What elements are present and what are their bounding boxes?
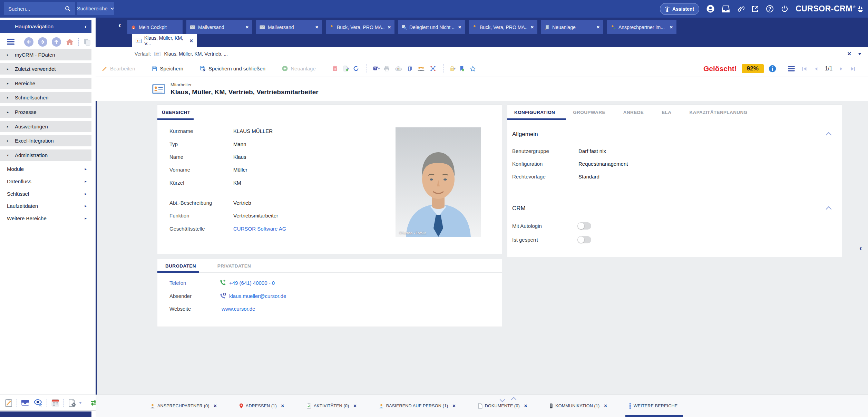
close-icon[interactable]: ✕	[245, 25, 249, 30]
close-icon[interactable]: ✕	[847, 51, 851, 57]
tab-konfiguration[interactable]: KONFIGURATION	[514, 110, 555, 115]
close-icon[interactable]: ✕	[596, 25, 600, 30]
tab-neuanlage[interactable]: Neuanlage ✕	[541, 20, 603, 34]
sidebar-item-zuletzt-verwendet[interactable]: ▸Zuletzt verwendet	[0, 63, 91, 75]
sidebar-item-schnellsuchen[interactable]: ▸Schnellsuchen	[0, 92, 91, 103]
sidebar-subitem-module[interactable]: Module▸	[0, 163, 91, 175]
collapse-section-icon[interactable]	[826, 206, 832, 212]
bookmark-add-icon[interactable]	[459, 66, 464, 71]
sidebar-collapse-icon[interactable]: ‹	[85, 23, 87, 30]
nav-forward-button[interactable]	[38, 37, 47, 47]
sidebar-item-auswertungen[interactable]: ▸Auswertungen	[0, 121, 91, 132]
tab-uebersicht[interactable]: ÜBERSICHT	[162, 110, 190, 115]
sidebar-subitem-datenfluss[interactable]: Datenfluss▸	[0, 175, 91, 187]
tab-groupware[interactable]: GROUPWARE	[573, 110, 605, 115]
sidebar-item-excel-integration[interactable]: ▸Excel-Integration	[0, 135, 91, 146]
tab-kapazitaetenplanung[interactable]: KAPAZITÄTENPLANUNG	[689, 110, 747, 115]
webseite-link[interactable]: www.cursor.de	[222, 306, 255, 312]
neuanlage-button[interactable]: Neuanlage	[282, 66, 316, 71]
chevron-down-icon[interactable]	[79, 402, 82, 405]
link-icon[interactable]	[737, 5, 744, 13]
copy-paste-icon[interactable]	[84, 38, 91, 46]
tabs-scroll-left-icon[interactable]: ‹	[118, 20, 121, 30]
sidebar-subitem-laufzeitdaten[interactable]: Laufzeitdaten▸	[0, 200, 91, 212]
tab-anrede[interactable]: ANREDE	[623, 110, 644, 115]
home-icon[interactable]	[66, 38, 74, 46]
last-page-icon[interactable]	[850, 66, 856, 71]
previous-page-icon[interactable]	[814, 66, 818, 71]
sidebar-item-prozesse[interactable]: ▸Prozesse	[0, 106, 91, 118]
close-icon[interactable]: ✕	[315, 25, 319, 30]
document-settings-icon[interactable]	[68, 399, 76, 407]
first-page-icon[interactable]	[802, 66, 807, 71]
tab-ansprechpartner[interactable]: Ansprechpartner im... ✕	[607, 20, 676, 34]
team-members-icon[interactable]	[418, 66, 425, 71]
speichern-button[interactable]: Speichern	[152, 66, 184, 71]
bottom-tab-dokumente[interactable]: DOKUMENTE (0) ✕	[478, 395, 527, 417]
bottom-tab-adressen[interactable]: ADRESSEN (1) ✕	[239, 395, 284, 417]
tab-ela[interactable]: ELA	[662, 110, 671, 115]
user-account-icon[interactable]	[706, 4, 715, 13]
close-icon[interactable]: ✕	[353, 404, 357, 408]
next-page-icon[interactable]	[839, 66, 843, 71]
toggle-ist-gesperrt[interactable]	[577, 236, 591, 243]
inbox-tray-icon[interactable]	[21, 399, 29, 406]
assistent-button[interactable]: Assistent	[660, 3, 699, 15]
sidebar-subitem-weitere-bereiche[interactable]: Weitere Bereiche▸	[0, 212, 91, 224]
bearbeiten-button[interactable]: Bearbeiten	[102, 66, 135, 71]
refresh-icon[interactable]	[353, 66, 359, 71]
sidebar-subitem-schluessel[interactable]: Schlüssel▸	[0, 187, 91, 200]
absender-link[interactable]: klaus.mueller@cursor.de	[229, 293, 286, 299]
speichern-und-schliessen-button[interactable]: Speichern und schließen	[200, 66, 265, 71]
favorite-star-icon[interactable]	[470, 66, 476, 72]
close-icon[interactable]: ✕	[281, 404, 284, 408]
tab-buck-vera-2[interactable]: Buck, Vera, PRO MA... ✕	[469, 20, 537, 34]
tab-mailversand-1[interactable]: Mailversand ✕	[186, 20, 252, 34]
toggle-mit-autologin[interactable]	[577, 222, 591, 230]
geschaeftsstelle-link[interactable]: CURSOR Software AG	[233, 226, 286, 232]
chevron-down-icon[interactable]	[347, 68, 350, 71]
delete-icon[interactable]	[332, 66, 338, 71]
close-icon[interactable]: ✕	[524, 404, 527, 408]
right-panel-collapse-icon[interactable]: ‹	[859, 244, 862, 253]
eye-star-icon[interactable]	[33, 399, 42, 407]
relations-network-icon[interactable]	[430, 66, 436, 71]
verlauf-entry[interactable]: Klaus, Müller, KM, Vertrieb, ...	[164, 51, 227, 57]
bottom-tab-aktivitaeten[interactable]: AKTIVITÄTEN (0) ✕	[306, 395, 357, 417]
nav-up-button[interactable]	[52, 37, 61, 47]
chevron-down-icon[interactable]	[453, 68, 456, 71]
bottom-tab-kommunikation[interactable]: KOMMUNIKATION (1) ✕	[549, 395, 607, 417]
telefon-link[interactable]: +49 (641) 40000 - 0	[229, 280, 275, 286]
attachment-icon[interactable]	[408, 66, 412, 71]
tab-buck-vera-1[interactable]: Buck, Vera, PRO MA... ✕	[326, 20, 394, 34]
search-domains-dropdown[interactable]: Suchbereiche	[77, 2, 114, 15]
cloud-office-icon[interactable]	[395, 66, 402, 71]
sidebar-item-administration[interactable]: ▾Administration	[0, 149, 91, 161]
tab-privatdaten[interactable]: PRIVATDATEN	[217, 263, 251, 269]
external-link-icon[interactable]	[751, 5, 759, 13]
chevron-down-icon[interactable]	[858, 53, 861, 57]
bottom-tab-ansprechpartner[interactable]: ANSPRECHPARTNER (0) ✕	[150, 395, 217, 417]
close-icon[interactable]: ✕	[214, 404, 217, 408]
clipboard-edit-icon[interactable]	[5, 399, 12, 407]
close-icon[interactable]: ✕	[189, 38, 193, 43]
tab-mein-cockpit[interactable]: Mein Cockpit	[127, 20, 183, 34]
calendar-icon[interactable]	[51, 399, 59, 407]
close-icon[interactable]: ✕	[458, 25, 461, 30]
sidebar-item-mycrm-fdaten[interactable]: ▸myCRM - FDaten	[0, 49, 91, 60]
menu-hamburger-icon[interactable]	[788, 66, 795, 71]
inbox-tray-icon[interactable]	[722, 5, 730, 13]
help-icon[interactable]	[766, 5, 774, 13]
close-icon[interactable]: ✕	[452, 404, 456, 408]
tab-delegiert[interactable]: Delegiert und Nicht ... ✕	[398, 20, 465, 34]
close-icon[interactable]: ✕	[670, 25, 673, 30]
close-icon[interactable]: ✕	[604, 404, 607, 408]
nav-back-button[interactable]	[24, 37, 33, 47]
search-input[interactable]: Suchen...	[4, 2, 75, 15]
bottom-tab-basierend-auf-person[interactable]: BASIEREND AUF PERSON (1) ✕	[379, 395, 456, 417]
collapse-section-icon[interactable]	[826, 132, 832, 138]
close-icon[interactable]: ✕	[530, 25, 534, 30]
chevron-down-icon[interactable]	[378, 68, 380, 71]
tab-mailversand-2[interactable]: Mailversand ✕	[256, 20, 322, 34]
bottom-tab-weitere-bereiche[interactable]: WEITERE BEREICHE	[630, 395, 678, 417]
